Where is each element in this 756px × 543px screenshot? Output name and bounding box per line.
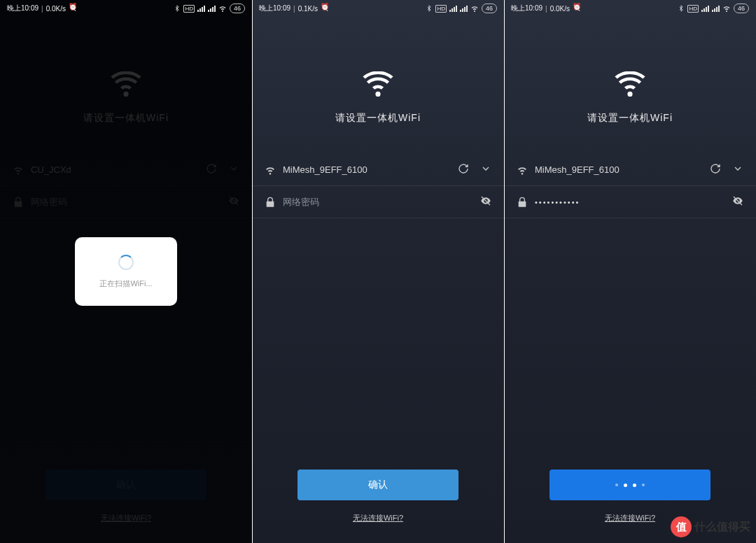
status-net-speed: 0.1K/s (298, 5, 318, 13)
wifi-large-icon (614, 71, 646, 99)
page-title: 请设置一体机WiFi (83, 112, 169, 125)
refresh-icon[interactable] (206, 163, 217, 176)
status-time: 晚上10:09 (7, 3, 38, 13)
hd-icon: HD (687, 5, 699, 13)
status-net-speed: 0.0K/s (46, 5, 66, 13)
chevron-down-icon[interactable] (228, 163, 239, 176)
chevron-down-icon[interactable] (480, 163, 491, 176)
wifi-select-row[interactable]: MiMesh_9EFF_6100 (504, 154, 756, 186)
password-row[interactable]: 网络密码 (252, 186, 504, 218)
help-link[interactable]: 无法连接WiFi? (353, 513, 403, 523)
alarm-off-icon (69, 4, 77, 13)
status-time: 晚上10:09 (259, 3, 290, 13)
wifi-select-row[interactable]: MiMesh_9EFF_6100 (252, 154, 504, 186)
refresh-icon[interactable] (710, 163, 721, 176)
watermark: 值 什么值得买 (671, 516, 750, 537)
status-bar: 晚上10:09 | 0.0K/s HD 46 (504, 0, 756, 17)
lock-icon (265, 197, 276, 208)
password-row[interactable]: ••••••••••• (504, 186, 756, 218)
wifi-small-icon (13, 164, 24, 176)
bluetooth-icon (426, 5, 433, 12)
visibility-off-icon[interactable] (480, 195, 491, 209)
spinner-icon (118, 255, 134, 270)
help-link[interactable]: 无法连接WiFi? (101, 513, 151, 523)
alarm-off-icon (321, 4, 329, 13)
wifi-name: MiMesh_9EFF_6100 (283, 164, 451, 175)
password-placeholder: 网络密码 (31, 196, 221, 209)
help-link[interactable]: 无法连接WiFi? (605, 513, 655, 523)
status-time: 晚上10:09 (511, 3, 542, 13)
battery-icon: 46 (230, 3, 245, 13)
status-net-speed: 0.0K/s (550, 5, 570, 13)
password-value: ••••••••••• (535, 198, 725, 206)
loading-dots-icon (615, 484, 645, 487)
bluetooth-icon (678, 5, 685, 12)
battery-icon: 46 (482, 3, 497, 13)
alarm-off-icon (573, 4, 581, 13)
status-bar: 晚上10:09 | 0.0K/s HD 46 (0, 0, 252, 17)
wifi-small-icon (517, 164, 528, 176)
signal-icon (197, 6, 205, 12)
wifi-status-icon (218, 4, 227, 13)
password-row[interactable]: 网络密码 (0, 186, 252, 218)
confirm-button[interactable]: 确认 (46, 470, 206, 500)
lock-icon (517, 197, 528, 208)
signal-icon-2 (460, 6, 468, 12)
wifi-select-row[interactable]: CU_JCXd (0, 154, 252, 186)
signal-icon-2 (208, 6, 216, 12)
signal-icon (449, 6, 457, 12)
wifi-name: MiMesh_9EFF_6100 (535, 164, 703, 175)
wifi-large-icon (362, 71, 394, 99)
password-placeholder: 网络密码 (283, 196, 473, 209)
modal-text: 正在扫描WiFi... (99, 278, 152, 289)
phone-screen-1: 晚上10:09 | 0.0K/s HD 46 请设置一体机WiFi (0, 0, 252, 543)
battery-icon: 46 (734, 3, 749, 13)
wifi-large-icon (110, 71, 142, 99)
wifi-small-icon (265, 164, 276, 176)
bluetooth-icon (174, 5, 181, 12)
page-title: 请设置一体机WiFi (587, 112, 673, 125)
lock-icon (13, 197, 24, 208)
visibility-off-icon[interactable] (228, 195, 239, 209)
confirm-button[interactable]: 确认 (298, 470, 458, 500)
signal-icon-2 (712, 6, 720, 12)
wifi-status-icon (470, 4, 479, 13)
scanning-modal: 正在扫描WiFi... (75, 237, 177, 306)
watermark-text: 什么值得买 (694, 520, 750, 535)
confirm-button-loading[interactable] (550, 470, 710, 500)
chevron-down-icon[interactable] (732, 163, 743, 176)
phone-screen-3: 晚上10:09 | 0.0K/s HD 46 请设置一体机WiFi (504, 0, 756, 543)
wifi-status-icon (722, 4, 731, 13)
status-bar: 晚上10:09 | 0.1K/s HD 46 (252, 0, 504, 17)
watermark-badge: 值 (671, 516, 692, 537)
visibility-off-icon[interactable] (732, 195, 743, 209)
phone-screen-2: 晚上10:09 | 0.1K/s HD 46 请设置一体机WiFi (252, 0, 504, 543)
page-title: 请设置一体机WiFi (335, 112, 421, 125)
signal-icon (701, 6, 709, 12)
refresh-icon[interactable] (458, 163, 469, 176)
wifi-name: CU_JCXd (31, 164, 199, 175)
hd-icon: HD (435, 5, 447, 13)
hd-icon: HD (183, 5, 195, 13)
